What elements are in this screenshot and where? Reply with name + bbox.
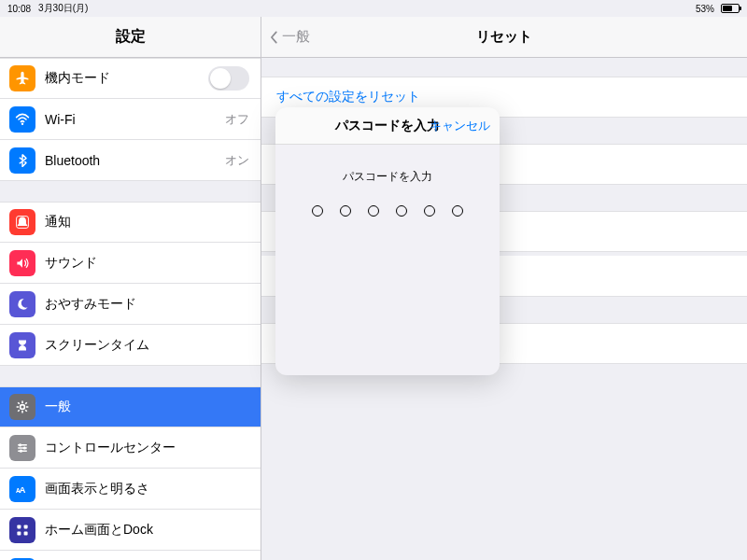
sidebar-item-label: 通知	[45, 214, 249, 231]
airplane-icon	[9, 65, 35, 91]
svg-point-2	[21, 405, 25, 410]
sidebar-item-screentime[interactable]: スクリーンタイム	[0, 325, 261, 366]
battery-icon	[718, 4, 740, 13]
settings-sidebar: 設定 機内モードWi-FiオフBluetoothオン通知サウンドおやすみモードス…	[0, 17, 261, 560]
svg-rect-9	[24, 525, 28, 528]
sidebar-item-label: スクリーンタイム	[45, 337, 249, 354]
sidebar-item-label: おやすみモード	[45, 296, 249, 313]
wifi-icon	[9, 106, 35, 133]
passcode-modal: パスコードを入力 キャンセル パスコードを入力	[275, 107, 500, 375]
sidebar-item-display[interactable]: AA画面表示と明るさ	[0, 469, 261, 510]
svg-point-3	[19, 443, 21, 446]
sidebar-item-accessibility[interactable]: アクセシビリティ	[0, 551, 261, 560]
sidebar-item-value: オフ	[225, 111, 249, 128]
sidebar-item-label: コントロールセンター	[45, 440, 249, 456]
cancel-button[interactable]: キャンセル	[430, 118, 490, 134]
sidebar-item-dnd[interactable]: おやすみモード	[0, 284, 261, 325]
status-time: 10:08	[7, 4, 31, 14]
status-date: 3月30日(月)	[38, 2, 88, 15]
sidebar-item-label: 画面表示と明るさ	[45, 481, 249, 497]
passcode-dot	[424, 205, 435, 217]
sliders-icon	[9, 435, 35, 461]
sidebar-item-sound[interactable]: サウンド	[0, 243, 261, 284]
speaker-icon	[9, 250, 35, 276]
svg-text:A: A	[16, 487, 21, 494]
airplane-mode-toggle[interactable]	[208, 66, 249, 91]
svg-rect-8	[17, 525, 21, 528]
sidebar-item-label: Wi-Fi	[45, 112, 216, 127]
passcode-prompt: パスコードを入力	[285, 169, 490, 185]
moon-icon	[9, 291, 35, 317]
sidebar-item-wifi[interactable]: Wi-Fiオフ	[0, 99, 261, 140]
grid-icon	[9, 517, 35, 543]
sidebar-item-airplane[interactable]: 機内モード	[0, 58, 261, 99]
sidebar-item-label: Bluetooth	[45, 153, 216, 168]
status-bar: 10:08 3月30日(月) 53%	[0, 0, 747, 17]
gear-icon	[9, 394, 35, 420]
aa-icon: AA	[9, 476, 35, 502]
sidebar-item-general[interactable]: 一般	[0, 386, 261, 427]
svg-text:A: A	[20, 484, 26, 495]
status-battery-pct: 53%	[696, 4, 714, 14]
detail-header: 一般 リセット	[261, 17, 747, 58]
hourglass-icon	[9, 332, 35, 358]
passcode-dots[interactable]	[285, 205, 490, 217]
passcode-dot	[452, 205, 463, 217]
sidebar-item-home[interactable]: ホーム画面とDock	[0, 510, 261, 551]
back-label: 一般	[282, 28, 310, 46]
sidebar-item-label: ホーム画面とDock	[45, 522, 249, 539]
sidebar-item-label: サウンド	[45, 255, 249, 272]
bluetooth-icon	[9, 147, 35, 174]
sidebar-item-control[interactable]: コントロールセンター	[0, 427, 261, 469]
detail-title: リセット	[476, 28, 532, 46]
passcode-modal-title: パスコードを入力	[335, 118, 440, 134]
passcode-modal-header: パスコードを入力 キャンセル	[275, 107, 500, 145]
chevron-left-icon	[267, 31, 280, 44]
svg-point-4	[23, 446, 26, 449]
sidebar-item-label: 機内モード	[45, 70, 199, 87]
passcode-dot	[368, 205, 379, 217]
sidebar-item-label: 一般	[45, 399, 249, 415]
svg-rect-11	[24, 531, 28, 535]
svg-rect-10	[17, 531, 21, 535]
passcode-dot	[340, 205, 351, 217]
sidebar-title: 設定	[0, 17, 261, 58]
passcode-dot	[396, 205, 407, 217]
sidebar-item-notifications[interactable]: 通知	[0, 202, 261, 243]
svg-point-0	[21, 122, 23, 124]
svg-point-5	[20, 449, 22, 452]
reset-all-settings-label: すべての設定をリセット	[276, 89, 420, 105]
sidebar-item-bluetooth[interactable]: Bluetoothオン	[0, 140, 261, 181]
sidebar-item-value: オン	[225, 152, 249, 169]
back-button[interactable]: 一般	[267, 17, 310, 57]
bell-icon	[9, 209, 35, 235]
passcode-dot	[312, 205, 323, 217]
